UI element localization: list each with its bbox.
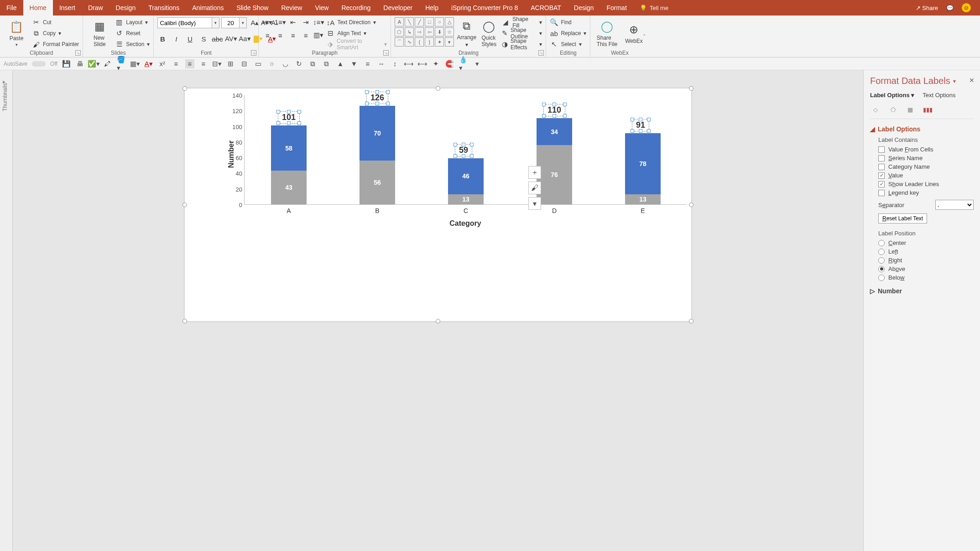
align-center-icon[interactable]: ≡ — [275, 30, 285, 40]
bar-segment-series2[interactable]: 34 — [537, 118, 572, 145]
tab-draw[interactable]: Draw — [82, 0, 109, 16]
label-resize-handle[interactable] — [297, 110, 301, 114]
value-from-cells-checkbox[interactable]: Value From Cells — [878, 146, 974, 153]
label-resize-handle[interactable] — [386, 102, 390, 105]
label-resize-handle[interactable] — [297, 121, 301, 125]
label-resize-handle[interactable] — [365, 102, 369, 105]
align-center-icon[interactable]: ≡ — [185, 59, 194, 68]
grow-font-icon[interactable]: A▴ — [250, 18, 260, 28]
tab-developer[interactable]: Developer — [377, 0, 419, 16]
bar-column[interactable]: 5670 — [360, 106, 395, 204]
send-back-icon[interactable]: ▼ — [349, 59, 359, 68]
cut-button[interactable]: ✂Cut — [32, 17, 79, 27]
label-resize-handle[interactable] — [287, 110, 291, 114]
tell-me[interactable]: 💡 Tell me — [640, 0, 668, 16]
value-checkbox[interactable]: ✓Value — [878, 172, 974, 179]
label-resize-handle[interactable] — [639, 129, 642, 133]
more-icon[interactable]: ▾ — [473, 59, 482, 68]
change-case-icon[interactable]: Aa▾ — [240, 34, 250, 44]
resize-handle[interactable] — [436, 86, 440, 91]
legend-key-checkbox[interactable]: Legend key — [878, 189, 974, 196]
quick-styles-button[interactable]: ◯ Quick Styles — [479, 17, 499, 49]
magnet-icon[interactable]: 🧲 — [445, 59, 454, 68]
ungroup-icon[interactable]: ⧉ — [322, 59, 331, 68]
shape-effects-button[interactable]: ◑Shape Effects ▾ — [501, 39, 542, 49]
copy-button[interactable]: ⧉Copy ▾ — [32, 28, 79, 38]
italic-button[interactable]: I — [171, 34, 181, 44]
smartart-button[interactable]: ⬗Convert to SmartArt ▾ — [326, 39, 387, 49]
print-icon[interactable]: 🖶 — [76, 59, 85, 68]
merge-icon[interactable]: ⊞ — [226, 59, 235, 68]
arc-icon[interactable]: ◡ — [281, 59, 290, 68]
tab-help[interactable]: Help — [419, 0, 445, 16]
autosave-toggle[interactable] — [32, 61, 46, 67]
shadow-button[interactable]: S — [198, 34, 209, 44]
label-resize-handle[interactable] — [647, 129, 651, 133]
label-resize-handle[interactable] — [276, 110, 280, 114]
numbering-icon[interactable]: 1≡▾ — [275, 17, 285, 27]
font-size-input[interactable] — [221, 17, 240, 28]
oval-icon[interactable]: ○ — [267, 59, 276, 68]
bar-segment-series2[interactable]: 78 — [625, 133, 661, 194]
collapse-ribbon-icon[interactable]: ˄ — [643, 33, 646, 40]
char-spacing-icon[interactable]: AV▾ — [226, 34, 236, 44]
tab-home[interactable]: Home — [23, 0, 53, 16]
group-icon[interactable]: ⧉ — [308, 59, 318, 68]
tab-design[interactable]: Design — [109, 0, 142, 16]
distribute-v-icon[interactable]: ↕ — [391, 59, 400, 68]
label-options-tab[interactable]: Label Options ▾ — [870, 92, 914, 99]
label-resize-handle[interactable] — [553, 114, 556, 118]
share-this-file-button[interactable]: ◯ Share This File — [594, 17, 620, 49]
shape-outline-button[interactable]: ✎Shape Outline ▾ — [501, 28, 542, 38]
tab-slide-show[interactable]: Slide Show — [230, 0, 275, 16]
find-button[interactable]: 🔍Find — [550, 17, 586, 27]
eyedropper-icon[interactable]: 💧▾ — [459, 59, 468, 68]
section-button[interactable]: ☰Section ▾ — [115, 39, 150, 49]
tab-view[interactable]: View — [308, 0, 335, 16]
close-icon[interactable]: ✕ — [969, 77, 975, 84]
line-spacing-icon[interactable]: ↕≡▾ — [313, 17, 323, 27]
dialog-launcher-icon[interactable]: ↘ — [251, 50, 256, 56]
chart-styles-button[interactable]: 🖌 — [528, 182, 541, 194]
bring-front-icon[interactable]: ▲ — [336, 59, 345, 68]
outdent-icon[interactable]: ⇤ — [288, 17, 298, 27]
position-right-radio[interactable]: Right — [878, 257, 974, 264]
tab-design[interactable]: Design — [568, 0, 600, 16]
dialog-launcher-icon[interactable]: ↘ — [383, 50, 389, 56]
data-label-total[interactable]: 101 — [278, 111, 300, 124]
label-resize-handle[interactable] — [470, 143, 474, 146]
spellcheck-icon[interactable]: ✅▾ — [89, 59, 99, 68]
tab-recording[interactable]: Recording — [335, 0, 377, 16]
resize-handle[interactable] — [689, 86, 693, 91]
bar-column[interactable]: 7634 — [537, 118, 572, 204]
share-button[interactable]: ↗ Share — [916, 5, 938, 11]
position-left-radio[interactable]: Left — [878, 248, 974, 255]
label-resize-handle[interactable] — [287, 121, 291, 125]
justify-icon[interactable]: ≡ — [301, 30, 311, 40]
distribute-h-icon[interactable]: ↔ — [377, 59, 386, 68]
superscript-icon[interactable]: x² — [158, 59, 167, 68]
fill-color-icon[interactable]: 🪣▾ — [117, 59, 126, 68]
text-direction-button[interactable]: ↕AText Direction ▾ — [326, 17, 387, 27]
paste-button[interactable]: 📋 Paste ▾ — [4, 17, 29, 49]
underline-button[interactable]: U — [185, 34, 195, 44]
label-resize-handle[interactable] — [553, 103, 556, 106]
width-icon[interactable]: ⟷ — [404, 59, 413, 68]
bar-column[interactable]: 1378 — [625, 133, 661, 204]
category-name-checkbox[interactable]: Category Name — [878, 163, 974, 170]
font-color-icon[interactable]: A▾ — [144, 59, 153, 68]
arrange-button[interactable]: ⧉ Arrange▾ — [457, 17, 476, 49]
align-right-icon[interactable]: ≡ — [199, 59, 208, 68]
resize-handle[interactable] — [182, 86, 187, 91]
position-above-radio[interactable]: Above — [878, 265, 974, 272]
tab-animations[interactable]: Animations — [186, 0, 230, 16]
label-resize-handle[interactable] — [470, 154, 474, 158]
border-icon[interactable]: ▦▾ — [130, 59, 140, 68]
label-resize-handle[interactable] — [563, 114, 567, 118]
align-left-icon[interactable]: ≡ — [172, 59, 181, 68]
chart-elements-button[interactable]: ＋ — [528, 166, 541, 179]
section-label-options[interactable]: ◢ Label Options — [870, 125, 974, 133]
smiley-icon[interactable]: ☺ — [962, 3, 971, 12]
tab-acrobat[interactable]: ACROBAT — [524, 0, 568, 16]
data-label-total[interactable]: 126 — [366, 92, 388, 104]
